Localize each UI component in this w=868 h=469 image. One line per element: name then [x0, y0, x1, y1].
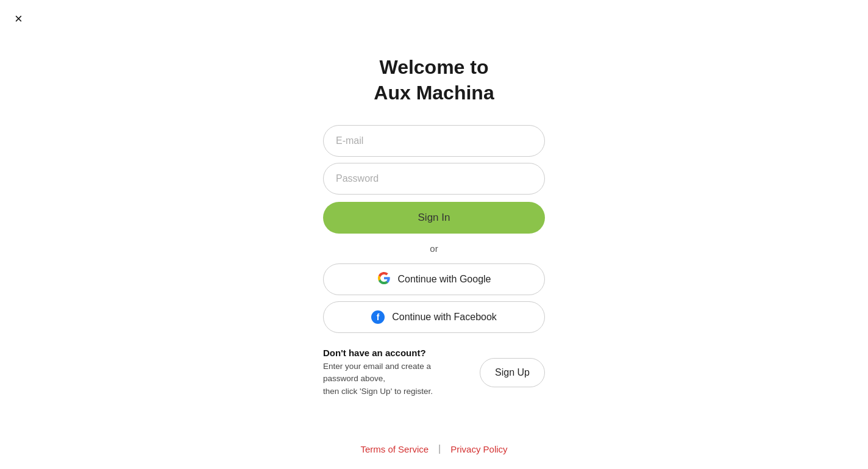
password-field[interactable]: [323, 163, 545, 195]
login-form: Sign In or Continue with Google f Contin…: [323, 125, 545, 333]
signup-heading: Don't have an account?: [323, 348, 468, 358]
terms-of-service-link[interactable]: Terms of Service: [360, 444, 429, 454]
google-button-label: Continue with Google: [398, 274, 491, 285]
close-button[interactable]: ×: [15, 12, 23, 26]
signup-description: Enter your email and create a password a…: [323, 360, 468, 398]
footer: Terms of Service | Privacy Policy: [360, 443, 507, 454]
privacy-policy-link[interactable]: Privacy Policy: [450, 444, 507, 454]
page-title: Welcome to Aux Machina: [374, 55, 494, 106]
main-content: Welcome to Aux Machina Sign In or Contin…: [0, 55, 868, 398]
signup-text: Don't have an account? Enter your email …: [323, 348, 468, 398]
signup-section: Don't have an account? Enter your email …: [323, 348, 545, 398]
google-icon: [377, 271, 391, 287]
sign-up-button[interactable]: Sign Up: [480, 358, 545, 387]
or-divider: or: [430, 243, 438, 254]
facebook-signin-button[interactable]: f Continue with Facebook: [323, 301, 545, 333]
google-signin-button[interactable]: Continue with Google: [323, 263, 545, 295]
sign-in-button[interactable]: Sign In: [323, 202, 545, 234]
footer-divider: |: [438, 443, 441, 454]
facebook-icon: f: [371, 310, 385, 324]
email-field[interactable]: [323, 125, 545, 157]
facebook-button-label: Continue with Facebook: [392, 312, 497, 323]
